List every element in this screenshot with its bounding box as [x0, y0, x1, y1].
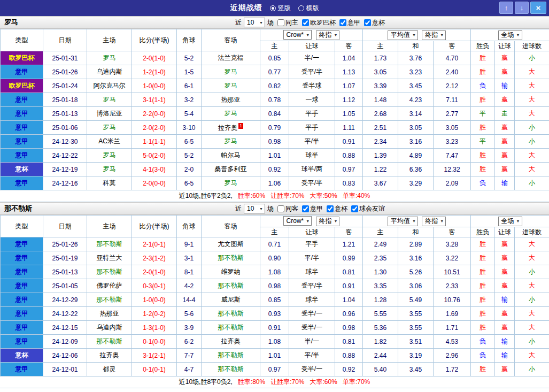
eu-draw-odds: 3.19 — [398, 349, 434, 363]
checkbox-input[interactable] — [364, 19, 371, 26]
eu-away-odds: 10.76 — [434, 293, 471, 307]
col-header-score: 比分(半场) — [132, 29, 177, 51]
away-team: 那不勒斯 — [202, 279, 260, 293]
eu-final-select[interactable]: 终指▼ — [422, 30, 446, 40]
ah-line: 球半 — [289, 293, 335, 307]
ah-final-select[interactable]: 终指▼ — [316, 30, 340, 40]
filter-checkbox-serie-a[interactable]: 意甲 — [302, 204, 323, 213]
ah-home-odds: 0.71 — [260, 237, 289, 251]
home-team: 那不勒斯 — [87, 293, 132, 307]
match-row: 意甲25-01-26乌迪内斯1-2(1-0)1-5罗马0.77受平/半1.133… — [1, 65, 549, 79]
checkbox-label: 意杯 — [335, 204, 347, 213]
corner-count: 14-4 — [177, 293, 202, 307]
ah-home-odds: 0.98 — [260, 135, 289, 149]
chevron-down-icon: ▼ — [334, 33, 338, 37]
home-team: 罗马 — [87, 51, 132, 65]
corner-count: 5-2 — [177, 51, 202, 65]
filter-checkbox-europa[interactable]: 欧罗巴杯 — [302, 18, 336, 27]
home-team: 那不勒斯 — [87, 265, 132, 279]
ah-away-odds: 1.21 — [335, 237, 363, 251]
games-label: 场 — [267, 204, 274, 213]
ah-home-odds: 1.06 — [260, 176, 289, 190]
match-row: 意甲25-01-13博洛尼亚2-2(0-0)5-4罗马0.84平手1.052.6… — [1, 107, 549, 121]
ah-home-odds: 1.01 — [260, 149, 289, 163]
competition-type: 意甲 — [1, 265, 43, 279]
result-win-draw-loss: 胜 — [471, 265, 495, 279]
scroll-down-button[interactable]: ↓ — [515, 2, 529, 14]
eu-source-select[interactable]: 平均值▼ — [388, 30, 418, 40]
checkbox-input[interactable] — [351, 205, 358, 212]
match-date: 24-12-15 — [43, 321, 87, 335]
eu-draw-odds: 3.16 — [398, 135, 434, 149]
col-header-away: 客场 — [202, 216, 260, 237]
result-win-draw-loss: 胜 — [471, 121, 495, 135]
layout-radio-vertical[interactable]: 竖版 — [270, 4, 291, 13]
filter-checkbox-coppa[interactable]: 意杯 — [364, 18, 385, 27]
filter-checkbox-coppa[interactable]: 意杯 — [327, 204, 347, 213]
eu-final-select[interactable]: 终指▼ — [422, 217, 446, 226]
chevron-down-icon: ▼ — [259, 207, 263, 211]
home-team: AC米兰 — [87, 135, 132, 149]
close-button[interactable]: × — [530, 2, 546, 14]
result-handicap: 走 — [495, 107, 515, 121]
ah-away-odds: 1.05 — [335, 107, 363, 121]
result-handicap: 赢 — [495, 93, 515, 107]
near-label: 近 — [235, 204, 242, 213]
checkbox-input[interactable] — [302, 19, 309, 26]
scope-group-header: 全场▼ — [471, 29, 549, 41]
competition-type: 意甲 — [1, 251, 43, 265]
col-header-eu-away: 客 — [434, 227, 471, 237]
chevron-down-icon: ▼ — [259, 21, 263, 25]
filter-checkbox-serie-a[interactable]: 意甲 — [339, 18, 360, 27]
home-team: 热那亚 — [87, 307, 132, 321]
away-team: 那不勒斯 — [202, 251, 260, 265]
ah-home-odds: 0.92 — [260, 163, 289, 176]
match-row: 意甲24-12-16科莫2-0(0-0)6-5罗马1.06受平/半0.833.6… — [1, 176, 549, 190]
scope-select[interactable]: 全场▼ — [498, 217, 522, 226]
filter-checkbox-same-away[interactable]: 同客 — [277, 204, 298, 213]
checkbox-label: 意甲 — [310, 204, 323, 213]
ah-final-select[interactable]: 终指▼ — [316, 217, 340, 226]
layout-radio-horizontal[interactable]: 横版 — [298, 4, 319, 13]
eu-away-odds: 2.12 — [434, 79, 471, 93]
ah-away-odds: 0.88 — [335, 149, 363, 163]
games-count-select[interactable]: 10 ▼ — [244, 18, 265, 27]
eu-away-odds: 1.71 — [434, 321, 471, 335]
ah-away-odds: 0.88 — [335, 349, 363, 363]
games-count-select[interactable]: 10 ▼ — [244, 204, 265, 213]
eu-away-odds: 7.11 — [434, 93, 471, 107]
checkbox-input[interactable] — [339, 19, 346, 26]
checkbox-input[interactable] — [277, 205, 284, 212]
ah-source-select[interactable]: Crow*▼ — [283, 30, 312, 40]
filter-checkbox-same-home[interactable]: 同主 — [277, 18, 298, 27]
ah-line: 受平/半 — [289, 65, 335, 79]
scope-select[interactable]: 全场▼ — [498, 30, 522, 40]
competition-type: 意杯 — [1, 349, 43, 363]
competition-type: 意甲 — [1, 307, 43, 321]
eu-draw-odds: 3.55 — [398, 321, 434, 335]
eu-home-odds: 1.48 — [363, 93, 398, 107]
corner-count: 6-5 — [177, 135, 202, 149]
away-team: 那不勒斯 — [202, 321, 260, 335]
ah-away-odds: 0.91 — [335, 135, 363, 149]
home-team: 那不勒斯 — [87, 335, 132, 349]
summary-handicap-rate: 让胜率:70% — [270, 191, 304, 201]
checkbox-label: 同客 — [285, 204, 298, 213]
checkbox-input[interactable] — [302, 205, 309, 212]
eu-source-select[interactable]: 平均值▼ — [388, 217, 418, 226]
eu-away-odds: 7.47 — [434, 149, 471, 163]
checkbox-input[interactable] — [277, 19, 284, 26]
filter-checkbox-friendly[interactable]: 球会友谊 — [351, 204, 385, 213]
ah-source-select[interactable]: Crow*▼ — [283, 216, 312, 226]
home-team: 乌迪内斯 — [87, 321, 132, 335]
score-halftime: 1-1(1-1) — [132, 135, 177, 149]
score-halftime: 2-0(0-0) — [132, 176, 177, 190]
result-win-draw-loss: 胜 — [471, 65, 495, 79]
ah-home-odds: 0.77 — [260, 65, 289, 79]
checkbox-input[interactable] — [327, 205, 334, 212]
eu-away-odds: 2.40 — [434, 65, 471, 79]
scroll-up-button[interactable]: ↑ — [499, 2, 513, 14]
radio-selected-icon — [270, 5, 276, 11]
ah-line: 受半/一 — [289, 307, 335, 321]
col-header-home: 主场 — [87, 29, 132, 51]
